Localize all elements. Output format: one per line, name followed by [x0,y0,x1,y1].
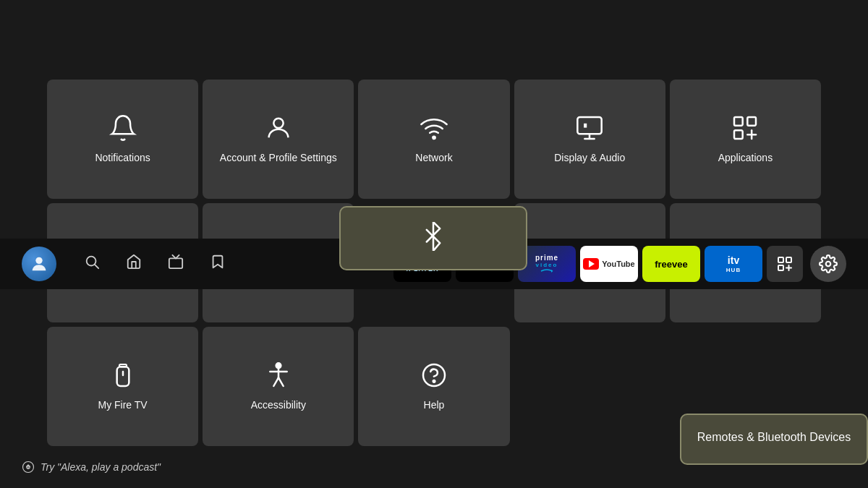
help-label: Help [424,398,445,411]
applications-label: Applications [718,151,773,164]
question-icon [420,361,448,390]
youtube-tile[interactable]: YouTube [580,246,638,282]
accessibility-label: Accessibility [251,398,306,411]
svg-point-1 [433,137,435,139]
grid-icon [776,255,793,273]
hint-text: Try "Alexa, play a podcast" [41,461,161,473]
gear-icon [819,254,838,273]
help-tile[interactable]: Help [358,327,509,446]
account-profile-tile[interactable]: Account & Profile Settings [203,80,354,199]
freevee-tile[interactable]: freevee [642,246,700,282]
display-audio-tile[interactable]: Display & Audio [514,80,665,199]
itv-hub-tile[interactable]: itv HUB [705,246,762,282]
bell-icon [109,114,137,142]
svg-rect-4 [748,117,757,126]
fire-remote-icon [109,361,137,390]
person-icon [264,114,293,142]
tv-nav-icon[interactable] [155,254,197,274]
svg-rect-34 [778,257,783,262]
display-audio-label: Display & Audio [554,151,625,164]
itv-label: itv HUB [726,254,741,273]
my-fire-tv-label: My Fire TV [98,398,147,411]
svg-line-26 [273,378,278,387]
account-profile-label: Account & Profile Settings [220,151,337,164]
network-tile[interactable]: Network [358,80,509,199]
youtube-label: YouTube [583,258,634,270]
network-label: Network [415,151,452,164]
accessibility-tile[interactable]: Accessibility [203,327,354,446]
svg-rect-2 [578,117,602,134]
bookmark-nav-icon[interactable] [197,254,239,274]
remotes-bluetooth-card[interactable]: Remotes & Bluetooth Devices [339,206,527,270]
microphone-icon [22,461,35,474]
svg-rect-36 [778,265,783,270]
notifications-label: Notifications [95,151,150,164]
svg-point-0 [273,119,283,128]
apps-grid-icon [731,114,760,142]
svg-rect-21 [116,367,129,387]
freevee-label: freevee [655,259,688,270]
app-grid-tile[interactable] [767,246,803,282]
svg-rect-33 [169,258,182,268]
search-nav-icon[interactable] [71,254,113,274]
bluetooth-remote-icon [419,222,448,251]
accessibility-icon [264,361,293,390]
svg-point-29 [433,380,435,382]
empty-cell-4 [514,327,665,446]
svg-line-32 [95,265,98,268]
svg-point-39 [826,262,831,267]
user-avatar[interactable] [22,247,56,281]
my-fire-tv-tile[interactable]: My Fire TV [47,327,198,446]
monitor-icon [575,114,604,142]
settings-gear-tile[interactable] [810,246,846,282]
remotes-bluetooth-label: Remotes & Bluetooth Devices [680,414,868,465]
alexa-hint: Try "Alexa, play a podcast" [22,461,161,474]
svg-rect-35 [786,257,791,262]
home-nav-icon[interactable] [113,254,155,274]
svg-rect-3 [734,117,743,126]
notifications-tile[interactable]: Notifications [47,80,198,199]
wifi-icon [420,114,448,142]
svg-rect-5 [734,131,743,140]
applications-tile[interactable]: Applications [670,80,821,199]
svg-point-30 [35,257,42,264]
avatar-icon [29,254,49,274]
svg-line-27 [278,378,284,387]
prime-label: prime video [535,254,558,274]
